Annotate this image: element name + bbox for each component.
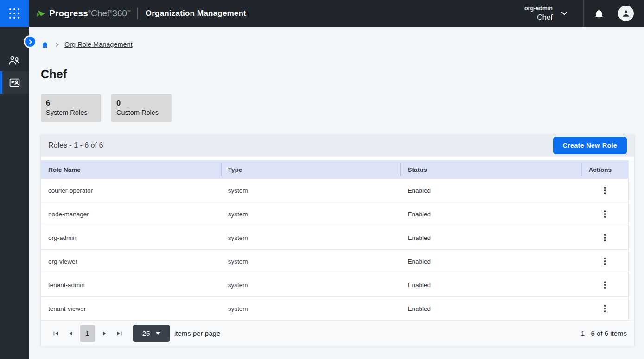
topbar-divider	[137, 8, 138, 19]
sidebar-item-roles[interactable]	[0, 71, 29, 94]
pagination-range-label: 1 - 6 of 6 items	[581, 329, 627, 337]
system-roles-label: System Roles	[46, 109, 96, 116]
role-name-cell: courier-operator	[41, 187, 221, 194]
last-page-button[interactable]	[112, 326, 127, 341]
table-row: org-admin system Enabled	[41, 226, 628, 250]
sidebar	[0, 27, 29, 359]
role-status-cell: Enabled	[400, 234, 581, 241]
table-scrollbar-track[interactable]	[628, 160, 634, 321]
table-row: courier-operator system Enabled	[41, 179, 628, 202]
role-status-cell: Enabled	[400, 258, 581, 265]
stats-row: 6 System Roles 0 Custom Roles	[41, 94, 644, 122]
role-type-cell: system	[221, 305, 401, 312]
role-name-cell: org-viewer	[41, 258, 221, 265]
last-page-icon	[116, 330, 123, 337]
top-bar: Progress® Chef®360™ Organization Managem…	[0, 0, 644, 27]
app-title: Organization Management	[146, 9, 246, 18]
home-icon[interactable]	[41, 41, 49, 49]
role-name-cell: tenant-viewer	[41, 305, 221, 312]
row-actions-menu-icon[interactable]	[601, 208, 609, 220]
system-roles-card: 6 System Roles	[41, 94, 101, 122]
table-row: org-viewer system Enabled	[41, 250, 628, 273]
roles-card: Roles - 1 - 6 of 6 Create New Role Role …	[41, 134, 634, 346]
page-size-value: 25	[142, 329, 150, 337]
previous-page-button[interactable]	[63, 326, 78, 341]
brand-logo: Progress® Chef®360™	[36, 8, 131, 19]
app-launcher-button[interactable]	[0, 0, 29, 27]
first-page-icon	[52, 330, 59, 337]
bell-icon	[594, 8, 604, 19]
create-new-role-button[interactable]: Create New Role	[553, 137, 627, 154]
org-role-label: org-admin	[524, 5, 553, 13]
row-actions-menu-icon[interactable]	[601, 255, 609, 267]
main-content: Org Role Management Chef 6 System Roles …	[29, 27, 644, 359]
sidebar-item-users[interactable]	[0, 49, 29, 71]
column-header-status[interactable]: Status	[400, 160, 581, 179]
column-header-actions: Actions	[581, 160, 628, 179]
org-switcher[interactable]: org-admin Chef	[524, 5, 568, 22]
row-actions-menu-icon[interactable]	[601, 184, 609, 196]
brand-progress-text: Progress®	[49, 8, 91, 19]
progress-logo-icon	[36, 9, 46, 19]
role-type-cell: system	[221, 282, 401, 289]
table-row: tenant-viewer system Enabled	[41, 297, 628, 321]
row-actions-menu-icon[interactable]	[601, 279, 609, 291]
waffle-icon	[9, 8, 19, 19]
table-header-row: Role Name Type Status Actions	[41, 160, 628, 179]
row-actions-menu-icon[interactable]	[601, 302, 609, 315]
column-header-type[interactable]: Type	[221, 160, 401, 179]
roles-count-title: Roles - 1 - 6 of 6	[48, 141, 103, 150]
role-name-cell: tenant-admin	[41, 282, 221, 289]
chevron-down-icon	[561, 11, 568, 16]
row-actions-menu-icon[interactable]	[601, 232, 609, 244]
table-row: tenant-admin system Enabled	[41, 273, 628, 297]
person-icon	[621, 9, 631, 18]
topbar-separator	[583, 0, 584, 27]
roles-toolbar: Roles - 1 - 6 of 6 Create New Role	[41, 134, 634, 157]
role-name-cell: node-manager	[41, 211, 221, 218]
people-icon	[8, 54, 21, 66]
role-type-cell: system	[221, 234, 401, 241]
first-page-button[interactable]	[48, 326, 63, 341]
table-row: node-manager system Enabled	[41, 202, 628, 226]
custom-roles-count: 0	[116, 98, 166, 108]
column-header-role-name[interactable]: Role Name	[41, 160, 221, 179]
breadcrumb-link-org-role-management[interactable]: Org Role Management	[64, 41, 133, 48]
custom-roles-label: Custom Roles	[116, 109, 166, 116]
previous-page-icon	[67, 330, 74, 337]
page-size-dropdown[interactable]: 25	[133, 325, 170, 342]
breadcrumb: Org Role Management	[29, 27, 644, 49]
org-name-label: Chef	[537, 13, 553, 22]
roles-table: Role Name Type Status Actions courier-op…	[41, 160, 634, 321]
role-type-cell: system	[221, 211, 401, 218]
role-status-cell: Enabled	[400, 211, 581, 218]
breadcrumb-chevron-icon	[54, 42, 59, 48]
role-type-cell: system	[221, 187, 401, 194]
role-status-cell: Enabled	[400, 305, 581, 312]
caret-down-icon	[156, 332, 160, 335]
sidebar-expand-button[interactable]	[25, 37, 35, 47]
role-type-cell: system	[221, 258, 401, 265]
custom-roles-card: 0 Custom Roles	[111, 94, 172, 122]
role-name-cell: org-admin	[41, 234, 221, 241]
next-page-button[interactable]	[97, 326, 112, 341]
items-per-page-label: items per page	[174, 329, 220, 337]
role-badge-icon	[8, 76, 21, 89]
next-page-icon	[101, 330, 108, 337]
page-number-button[interactable]: 1	[80, 325, 95, 342]
chevron-right-icon	[28, 39, 33, 44]
brand-chef360-text: Chef®360™	[91, 8, 131, 19]
user-avatar[interactable]	[618, 6, 634, 21]
notifications-button[interactable]	[594, 8, 604, 19]
pagination-bar: 1 25 items per page 1 - 6 of 6 items	[41, 321, 634, 346]
role-status-cell: Enabled	[400, 187, 581, 194]
system-roles-count: 6	[46, 98, 96, 108]
page-title: Chef	[41, 68, 644, 81]
role-status-cell: Enabled	[400, 282, 581, 289]
